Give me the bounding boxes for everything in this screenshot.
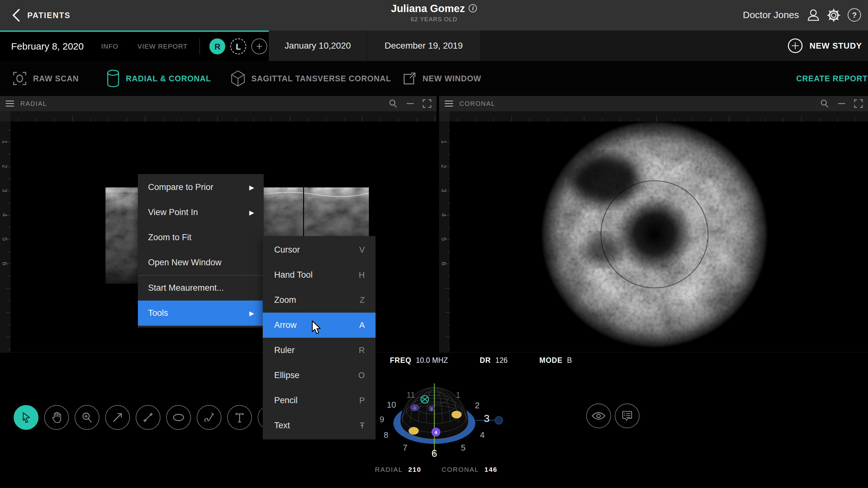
- radial-panel-header: RADIAL: [0, 96, 437, 111]
- comments-button[interactable]: [615, 403, 640, 428]
- radial-readout-value: 210: [408, 466, 421, 473]
- patient-name: Juliana Gomez: [391, 3, 465, 14]
- minimize-icon[interactable]: [406, 99, 414, 108]
- menu-item-label: Open New Window: [148, 258, 221, 268]
- submenu-arrow-icon: ▶: [249, 209, 254, 216]
- fullscreen-icon[interactable]: [854, 99, 863, 108]
- eye-left-badge[interactable]: L: [230, 38, 246, 54]
- tab-study-current[interactable]: February 8, 2020 INFO VIEW REPORT R L +: [0, 30, 269, 61]
- search-icon[interactable]: [820, 99, 829, 108]
- submenu-item-text[interactable]: Text Ŧ: [263, 413, 376, 438]
- new-study-label: NEW STUDY: [810, 41, 862, 51]
- study-date: December 19, 2019: [385, 41, 463, 51]
- help-icon[interactable]: ?: [848, 8, 861, 22]
- mode-raw-scan[interactable]: RAW SCAN: [13, 61, 79, 96]
- svg-text:7: 7: [403, 443, 407, 452]
- mode-radial-coronal[interactable]: RADIAL & CORONAL: [107, 61, 211, 96]
- submenu-item-ruler[interactable]: Ruler R: [263, 338, 376, 363]
- menu-item-tools[interactable]: Tools ▶: [138, 301, 264, 326]
- shortcut-key: R: [359, 345, 365, 355]
- shortcut-key: V: [359, 245, 365, 255]
- back-icon[interactable]: [11, 8, 21, 22]
- plus-circle-icon: [788, 38, 803, 53]
- menu-item-view-point-in[interactable]: View Point In ▶: [138, 200, 264, 225]
- submenu-item-hand-tool[interactable]: Hand Tool H: [263, 263, 376, 287]
- mode-label: RADIAL & CORONAL: [126, 74, 211, 83]
- marker-yellow: [452, 411, 462, 419]
- handle-3[interactable]: [495, 417, 503, 424]
- pointer-tool-button[interactable]: [14, 405, 38, 430]
- menu-icon[interactable]: [6, 101, 14, 106]
- gear-icon[interactable]: [826, 8, 841, 23]
- submenu-item-label: Ruler: [274, 345, 295, 355]
- text-tool-button[interactable]: [227, 405, 252, 430]
- radial-panel-title: RADIAL: [20, 100, 47, 108]
- new-window-icon: [403, 72, 416, 85]
- ellipse-tool-button[interactable]: [166, 405, 191, 430]
- position-readouts: RADIAL 210 CORONAL 146: [375, 466, 521, 474]
- svg-text:3: 3: [484, 413, 490, 424]
- mode-label: RAW SCAN: [33, 74, 79, 83]
- ruler-corner: [439, 111, 450, 121]
- patient-info-icon[interactable]: i: [469, 4, 477, 12]
- patients-breadcrumb[interactable]: PATIENTS: [27, 11, 70, 20]
- scan-info-bar: FREQ 10.0 MHZ DR 126 MODE B: [390, 353, 572, 367]
- submenu-item-pencil[interactable]: Pencil P: [263, 388, 376, 413]
- tab-study-jan[interactable]: January 10,2020: [269, 30, 367, 61]
- coronal-panel-header: CORONAL: [439, 96, 868, 111]
- search-icon[interactable]: [388, 99, 398, 108]
- submenu-item-zoom[interactable]: Zoom Z: [263, 287, 376, 313]
- menu-item-open-new-window[interactable]: Open New Window: [138, 250, 264, 275]
- mode-new-window[interactable]: NEW WINDOW: [403, 61, 481, 96]
- raw-scan-icon: [13, 71, 27, 86]
- shortcut-key: H: [359, 270, 365, 280]
- fullscreen-icon[interactable]: [423, 99, 431, 108]
- svg-text:11: 11: [407, 390, 415, 400]
- svg-text:3: 3: [430, 407, 432, 411]
- patient-age: 62 YEARS OLD: [370, 16, 498, 23]
- user-icon[interactable]: [806, 8, 821, 23]
- pointer-icon: [21, 411, 31, 424]
- mode-sagittal-tansverse-coronal[interactable]: SAGITTAL TANSVERSE CORONAL: [231, 61, 391, 96]
- add-eye-badge[interactable]: +: [251, 38, 267, 54]
- coronal-readout-label: CORONAL: [442, 466, 479, 473]
- new-study-button[interactable]: NEW STUDY: [788, 30, 862, 61]
- menu-icon[interactable]: [445, 101, 453, 106]
- svg-text:5: 5: [461, 443, 465, 452]
- coronal-scan-image: [534, 116, 775, 353]
- info-link[interactable]: INFO: [101, 42, 118, 50]
- hand-tool-button[interactable]: [44, 405, 69, 430]
- shortcut-key: Z: [360, 295, 365, 305]
- submenu-item-label: Arrow: [274, 320, 297, 330]
- submenu-arrow-icon: ▶: [249, 184, 254, 191]
- eye-right-badge[interactable]: R: [209, 38, 225, 54]
- zoom-tool-button[interactable]: [75, 405, 99, 430]
- submenu-item-arrow[interactable]: Arrow A: [263, 313, 376, 338]
- minimize-icon[interactable]: [837, 99, 846, 108]
- shortcut-key: O: [359, 370, 365, 380]
- submenu-item-cursor[interactable]: Cursor V: [263, 237, 376, 263]
- visibility-button[interactable]: [586, 403, 611, 428]
- menu-item-start-measurement[interactable]: Start Meaurement...: [138, 275, 264, 301]
- submenu-item-ellipse[interactable]: Ellipse O: [263, 363, 376, 388]
- cube-icon: [231, 70, 245, 87]
- measure-tool-button[interactable]: [136, 405, 160, 430]
- create-report-button[interactable]: CREATE REPORT: [796, 61, 868, 96]
- tab-study-dec[interactable]: December 19, 2019: [367, 30, 481, 61]
- svg-text:4: 4: [435, 430, 437, 435]
- view-modes-row: RAW SCAN RADIAL & CORONAL SAGITTAL TANSV…: [0, 61, 868, 96]
- clock-dome-widget[interactable]: 4 3 4 1 2 3 4 5 6 7 8 9 10 11: [375, 380, 508, 459]
- coronal-viewport[interactable]: 123456: [439, 111, 868, 353]
- view-report-link[interactable]: VIEW REPORT: [137, 42, 188, 50]
- pencil-tool-button[interactable]: [197, 405, 221, 430]
- dr-label: DR: [480, 356, 491, 365]
- menu-item-zoom-to-fit[interactable]: Zoom to Fit: [138, 225, 264, 250]
- zoom-in-icon: [81, 412, 93, 423]
- text-icon: [235, 412, 244, 423]
- study-tabs-row: February 8, 2020 INFO VIEW REPORT R L + …: [0, 30, 868, 61]
- menu-item-compare-to-prior[interactable]: Compare to Prior ▶: [138, 175, 264, 200]
- arrow-tool-button[interactable]: [105, 405, 130, 430]
- svg-text:1: 1: [456, 390, 460, 400]
- submenu-item-label: Text: [274, 421, 290, 430]
- menu-item-label: View Point In: [148, 208, 198, 217]
